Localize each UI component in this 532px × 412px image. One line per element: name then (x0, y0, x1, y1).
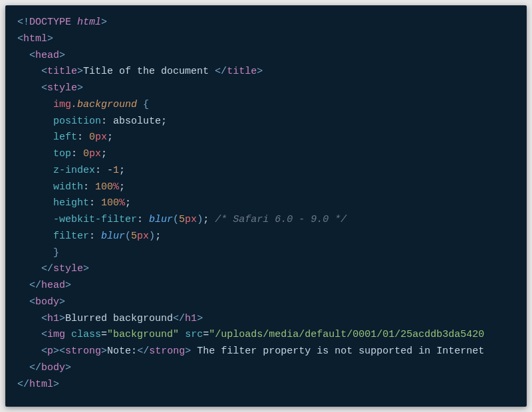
code-line: -webkit-filter: blur(5px); /* Safari 6.0… (17, 212, 515, 229)
code-line: z-index: -1; (17, 163, 515, 179)
code-line: </body> (17, 360, 515, 377)
code-line: left: 0px; (17, 130, 515, 146)
code-line: <title>Title of the document </title> (17, 64, 515, 80)
code-line: top: 0px; (17, 146, 515, 163)
code-line: <img class="background" src="/uploads/me… (17, 327, 515, 344)
code-line: <p><strong>Note:</strong> The filter pro… (17, 344, 515, 360)
code-line: </style> (17, 261, 515, 278)
code-line: height: 100%; (17, 195, 515, 212)
code-line: <html> (17, 31, 515, 48)
code-line: <h1>Blurred background</h1> (17, 311, 515, 328)
code-line: <head> (17, 48, 515, 64)
code-line: <body> (17, 294, 515, 311)
code-editor[interactable]: <!DOCTYPE html> <html> <head> <title>Tit… (5, 5, 527, 407)
code-line: <style> (17, 80, 515, 97)
code-line: </head> (17, 278, 515, 294)
code-line: position: absolute; (17, 114, 515, 130)
code-line: } (17, 245, 515, 262)
code-line: <!DOCTYPE html> (17, 15, 515, 31)
code-line: width: 100%; (17, 179, 515, 196)
code-line: img.background { (17, 97, 515, 114)
code-line: </html> (17, 377, 515, 393)
code-line: filter: blur(5px); (17, 229, 515, 245)
